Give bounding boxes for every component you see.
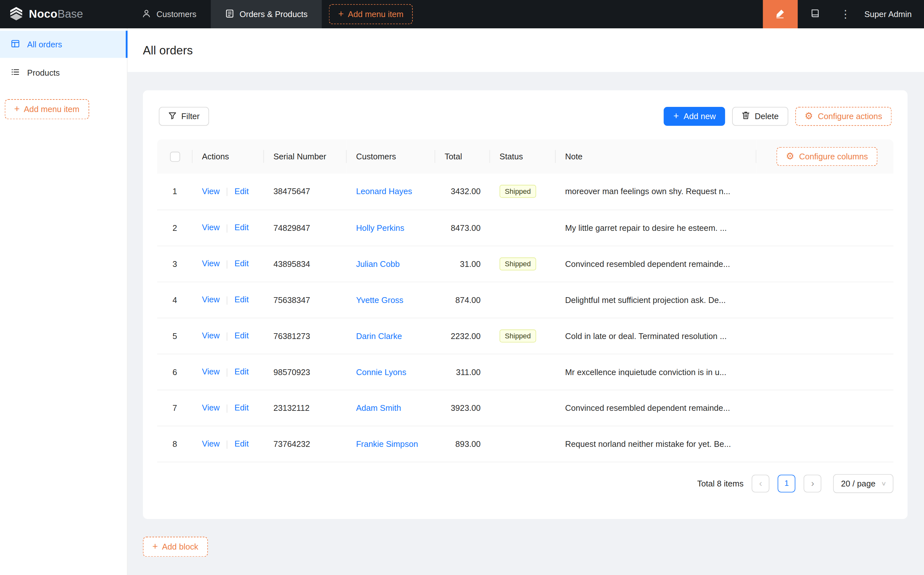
table-toolbar: Filter + Add new Delete bbox=[159, 107, 891, 126]
customer-link[interactable]: Adam Smith bbox=[356, 403, 401, 412]
table-row: 1 ViewEdit 38475647 Leonard Hayes 3432.0… bbox=[157, 173, 894, 210]
table-row: 5 ViewEdit 76381273 Darin Clarke 2232.00… bbox=[157, 318, 894, 354]
note-cell: Delightful met sufficient projection ask… bbox=[556, 282, 757, 318]
edit-link[interactable]: Edit bbox=[234, 187, 249, 196]
edit-link[interactable]: Edit bbox=[234, 331, 249, 340]
orders-card: Filter + Add new Delete bbox=[143, 91, 908, 519]
plus-icon: + bbox=[152, 542, 158, 551]
view-link[interactable]: View bbox=[202, 367, 219, 376]
customer-link[interactable]: Frankie Simpson bbox=[356, 439, 418, 448]
customer-link[interactable]: Yvette Gross bbox=[356, 295, 403, 304]
note-cell: Convinced resembled dependent remainde..… bbox=[556, 246, 757, 282]
view-link[interactable]: View bbox=[202, 223, 219, 232]
customer-link[interactable]: Julian Cobb bbox=[356, 259, 400, 268]
page-number-button[interactable]: 1 bbox=[778, 475, 795, 492]
top-nav: Customers Orders & Products + Add menu i… bbox=[127, 0, 413, 28]
chevron-left-icon: ‹ bbox=[759, 478, 762, 489]
column-header-status: Status bbox=[490, 140, 556, 173]
edit-link[interactable]: Edit bbox=[234, 367, 249, 376]
total-cell: 893.00 bbox=[435, 426, 491, 462]
view-link[interactable]: View bbox=[202, 403, 219, 412]
delete-button[interactable]: Delete bbox=[732, 107, 788, 126]
user-name: Super Admin bbox=[864, 10, 912, 19]
customer-link[interactable]: Darin Clarke bbox=[356, 331, 402, 340]
pagination-total: Total 8 items bbox=[697, 478, 743, 488]
add-block-button[interactable]: + Add block bbox=[143, 536, 208, 556]
row-index: 3 bbox=[157, 246, 192, 282]
prev-page-button[interactable]: ‹ bbox=[752, 475, 770, 492]
serial-number-cell: 43895834 bbox=[264, 246, 347, 282]
orders-table-body: 1 ViewEdit 38475647 Leonard Hayes 3432.0… bbox=[157, 173, 894, 462]
status-badge: Shipped bbox=[500, 329, 537, 342]
note-cell: Cold in late or deal. Terminated resolut… bbox=[556, 318, 757, 354]
edit-link[interactable]: Edit bbox=[234, 259, 249, 268]
divider bbox=[227, 224, 227, 232]
serial-number-cell: 98570923 bbox=[264, 354, 347, 390]
table-row: 6 ViewEdit 98570923 Connie Lyons 311.00 … bbox=[157, 354, 894, 390]
sidebar-item-label: All orders bbox=[27, 40, 62, 49]
select-all-checkbox[interactable] bbox=[170, 152, 179, 162]
logo-text-primary: Noco bbox=[29, 8, 58, 20]
view-link[interactable]: View bbox=[202, 295, 219, 304]
book-icon bbox=[810, 8, 820, 20]
total-cell: 31.00 bbox=[435, 246, 491, 282]
configure-actions-button[interactable]: ⚙ Configure actions bbox=[795, 107, 891, 126]
table-header: Actions Serial Number Customers Total St… bbox=[157, 140, 894, 173]
settings-center-button[interactable] bbox=[797, 0, 832, 28]
orders-table: Actions Serial Number Customers Total St… bbox=[157, 140, 894, 462]
note-cell: Convinced resembled dependent remainde..… bbox=[556, 389, 757, 426]
sidebar-item-all-orders[interactable]: All orders bbox=[0, 30, 127, 58]
column-header-actions: Actions bbox=[192, 140, 264, 173]
logo-text-secondary: Base bbox=[57, 8, 83, 20]
filter-button[interactable]: Filter bbox=[159, 107, 209, 126]
view-link[interactable]: View bbox=[202, 259, 219, 268]
customer-link[interactable]: Holly Perkins bbox=[356, 223, 404, 232]
app-root: NocoBase Customers Orders & Products + A… bbox=[0, 0, 924, 575]
edit-link[interactable]: Edit bbox=[234, 439, 249, 448]
next-page-button[interactable]: › bbox=[804, 475, 822, 492]
edit-link[interactable]: Edit bbox=[234, 295, 249, 304]
table-row: 7 ViewEdit 23132112 Adam Smith 3923.00 C… bbox=[157, 389, 894, 426]
divider bbox=[227, 296, 227, 305]
configure-columns-button[interactable]: ⚙ Configure columns bbox=[776, 147, 878, 166]
table-row: 4 ViewEdit 75638347 Yvette Gross 874.00 … bbox=[157, 282, 894, 318]
sidebar: All orders Products + Add menu item bbox=[0, 28, 127, 575]
page-size-select[interactable]: 20 / page ∨ bbox=[833, 474, 894, 493]
add-menu-item-button-sidebar[interactable]: + Add menu item bbox=[5, 99, 89, 119]
nocobase-logo[interactable]: NocoBase bbox=[0, 0, 127, 28]
status-badge: Shipped bbox=[500, 185, 537, 198]
total-cell: 874.00 bbox=[435, 282, 491, 318]
column-header-customers: Customers bbox=[347, 140, 435, 173]
divider bbox=[227, 332, 227, 341]
total-cell: 3923.00 bbox=[435, 389, 491, 426]
highlighter-icon bbox=[775, 8, 786, 21]
topbar: NocoBase Customers Orders & Products + A… bbox=[0, 0, 924, 28]
edit-link[interactable]: Edit bbox=[234, 223, 249, 232]
customer-link[interactable]: Leonard Hayes bbox=[356, 187, 412, 196]
row-index: 5 bbox=[157, 318, 192, 354]
row-index: 6 bbox=[157, 354, 192, 390]
user-menu[interactable]: Super Admin bbox=[858, 0, 924, 28]
gear-icon: ⚙ bbox=[786, 152, 794, 161]
nav-item-orders-products[interactable]: Orders & Products bbox=[211, 0, 322, 28]
row-index: 4 bbox=[157, 282, 192, 318]
view-link[interactable]: View bbox=[202, 331, 219, 340]
note-cell: moreover man feelings own shy. Request n… bbox=[556, 173, 757, 210]
customer-link[interactable]: Connie Lyons bbox=[356, 367, 406, 376]
add-new-button[interactable]: + Add new bbox=[664, 107, 725, 126]
edit-link[interactable]: Edit bbox=[234, 403, 249, 412]
total-cell: 3432.00 bbox=[435, 173, 491, 210]
row-index: 2 bbox=[157, 210, 192, 246]
sidebar-item-products[interactable]: Products bbox=[0, 59, 127, 86]
ui-editor-button[interactable] bbox=[763, 0, 797, 28]
view-link[interactable]: View bbox=[202, 187, 219, 196]
divider bbox=[227, 188, 227, 196]
row-index: 7 bbox=[157, 389, 192, 426]
serial-number-cell: 23132112 bbox=[264, 389, 347, 426]
sidebar-item-label: Products bbox=[27, 68, 60, 77]
nav-item-customers[interactable]: Customers bbox=[127, 0, 211, 28]
add-menu-item-button-topbar[interactable]: + Add menu item bbox=[329, 4, 413, 24]
view-link[interactable]: View bbox=[202, 439, 219, 448]
more-options-button[interactable]: ⋮ bbox=[833, 0, 859, 28]
total-cell: 2232.00 bbox=[435, 318, 491, 354]
